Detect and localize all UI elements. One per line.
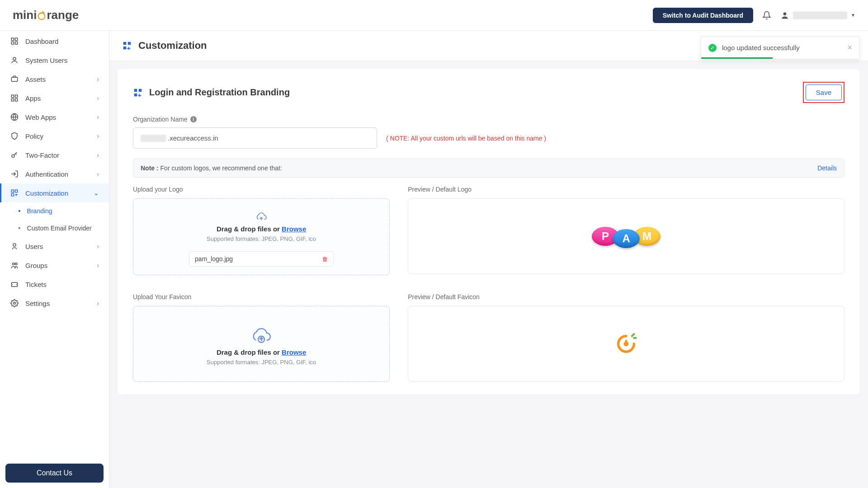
- sidebar-item-users[interactable]: Users ›: [0, 237, 109, 256]
- chevron-right-icon: ›: [97, 113, 99, 121]
- sidebar-item-dashboard[interactable]: Dashboard: [0, 32, 109, 51]
- svg-rect-23: [123, 47, 126, 49]
- svg-rect-30: [138, 95, 141, 96]
- svg-rect-3: [15, 38, 18, 40]
- logo-orange-icon: [37, 10, 47, 20]
- sidebar-item-groups[interactable]: Groups ›: [0, 256, 109, 275]
- pam-a-disc: A: [613, 229, 640, 248]
- svg-rect-28: [134, 93, 137, 96]
- section-title: Login and Registration Branding: [149, 87, 290, 98]
- svg-rect-5: [15, 42, 18, 44]
- header-right: Switch to Audit Dashboard ▼: [653, 8, 855, 23]
- nav-label: System Users: [25, 56, 67, 64]
- sidebar-item-apps[interactable]: Apps ›: [0, 89, 109, 108]
- nav-label: Authentication: [25, 170, 68, 178]
- logo-preview-box: P A M: [408, 198, 844, 274]
- ticket-icon: [10, 280, 19, 288]
- sidebar-item-policy[interactable]: Policy ›: [0, 127, 109, 145]
- save-button[interactable]: Save: [806, 84, 842, 100]
- nav-label: Groups: [25, 262, 47, 269]
- preview-logo-column: Preview / Default Logo P A M: [408, 186, 844, 275]
- chevron-right-icon: ›: [97, 151, 99, 159]
- chevron-right-icon: ›: [97, 132, 99, 140]
- card-header: Login and Registration Branding Save: [133, 82, 844, 103]
- preview-logo-label: Preview / Default Logo: [408, 186, 844, 193]
- sidebar-item-two-factor[interactable]: Two-Factor ›: [0, 145, 109, 164]
- logo-text-post: range: [47, 8, 79, 22]
- apps-icon: [10, 94, 19, 102]
- nav-label: Branding: [27, 207, 52, 215]
- dropzone-title: Drag & drop files or Browse: [217, 348, 306, 356]
- info-icon[interactable]: i: [190, 116, 197, 122]
- chevron-right-icon: ›: [97, 94, 99, 102]
- gear-icon: [10, 299, 19, 307]
- trash-icon[interactable]: 🗑: [322, 256, 328, 263]
- details-link[interactable]: Details: [817, 164, 837, 172]
- dropzone-title: Drag & drop files or Browse: [217, 225, 306, 233]
- dropzone-sub: Supported formates: JPEG, PNG, GIF, ico: [207, 235, 316, 242]
- sidebar: Dashboard System Users Assets › Apps › W…: [0, 31, 109, 488]
- upload-favicon-column: Upload Your Favicon Drag & drop files or…: [133, 293, 390, 382]
- chevron-right-icon: ›: [97, 170, 99, 178]
- svg-point-1: [783, 12, 787, 15]
- svg-point-17: [13, 244, 16, 246]
- logo[interactable]: mini range: [13, 8, 79, 22]
- toast-message: logo updated successfully: [722, 44, 842, 52]
- svg-rect-7: [11, 77, 18, 81]
- file-name: pam_logo.jpg: [195, 255, 233, 263]
- caret-down-icon: ▼: [851, 13, 855, 18]
- note-text: Note : For custom logos, we recommend on…: [141, 164, 282, 172]
- org-name-input[interactable]: .xecureaccess.in: [133, 127, 377, 149]
- web-apps-icon: [10, 113, 19, 121]
- switch-audit-button[interactable]: Switch to Audit Dashboard: [653, 8, 753, 23]
- svg-point-19: [15, 263, 18, 265]
- user-menu[interactable]: ▼: [780, 11, 855, 20]
- upload-logo-label: Upload your Logo: [133, 186, 390, 193]
- svg-rect-26: [134, 89, 137, 91]
- login-icon: [10, 170, 19, 178]
- nav-label: Apps: [25, 94, 41, 102]
- upload-favicon-label: Upload Your Favicon: [133, 293, 390, 300]
- org-note: ( NOTE: All your custom urls will be bas…: [386, 135, 546, 142]
- favicon-dropzone[interactable]: Drag & drop files or Browse Supported fo…: [133, 306, 390, 382]
- customization-icon: [10, 189, 19, 197]
- sidebar-subitem-custom-email[interactable]: Custom Email Provider: [0, 220, 109, 237]
- sidebar-item-tickets[interactable]: Tickets: [0, 275, 109, 294]
- svg-rect-14: [11, 190, 14, 192]
- contact-us-button[interactable]: Contact Us: [5, 464, 104, 483]
- cloud-upload-icon: [255, 212, 268, 222]
- upload-logo-column: Upload your Logo Drag & drop files or Br…: [133, 186, 390, 275]
- nav-label: Assets: [25, 75, 46, 83]
- preview-favicon-label: Preview / Default Favicon: [408, 293, 844, 300]
- logo-dropzone[interactable]: Drag & drop files or Browse Supported fo…: [133, 198, 390, 275]
- sidebar-item-customization[interactable]: Customization ⌄: [0, 183, 109, 202]
- key-icon: [10, 151, 19, 159]
- assets-icon: [10, 75, 19, 83]
- browse-link[interactable]: Browse: [282, 225, 306, 233]
- nav-label: Policy: [25, 132, 43, 140]
- sidebar-item-assets[interactable]: Assets ›: [0, 70, 109, 89]
- chevron-right-icon: ›: [97, 243, 99, 250]
- bell-icon[interactable]: [762, 11, 771, 20]
- svg-rect-21: [123, 42, 126, 45]
- sidebar-subitem-branding[interactable]: Branding: [0, 202, 109, 220]
- main-content: ✓ logo updated successfully × Customizat…: [109, 31, 868, 488]
- nav-label: Customization: [25, 189, 68, 197]
- sidebar-item-web-apps[interactable]: Web Apps ›: [0, 108, 109, 127]
- chevron-right-icon: ›: [97, 300, 99, 307]
- org-name-label: Organization Name i: [133, 116, 844, 123]
- sidebar-item-system-users[interactable]: System Users: [0, 51, 109, 70]
- svg-rect-9: [15, 95, 18, 97]
- close-icon[interactable]: ×: [847, 43, 852, 52]
- sidebar-item-authentication[interactable]: Authentication ›: [0, 164, 109, 183]
- svg-rect-11: [15, 99, 18, 101]
- sidebar-item-settings[interactable]: Settings ›: [0, 294, 109, 313]
- svg-rect-22: [128, 42, 131, 45]
- shield-icon: [10, 132, 19, 140]
- svg-rect-25: [127, 48, 130, 49]
- toast-progress: [701, 57, 773, 59]
- svg-rect-2: [11, 38, 14, 40]
- pam-logo-preview: P A M: [592, 225, 660, 248]
- dropzone-sub: Supported formates: JPEG, PNG, GIF, ico: [207, 359, 316, 366]
- browse-link[interactable]: Browse: [282, 348, 306, 356]
